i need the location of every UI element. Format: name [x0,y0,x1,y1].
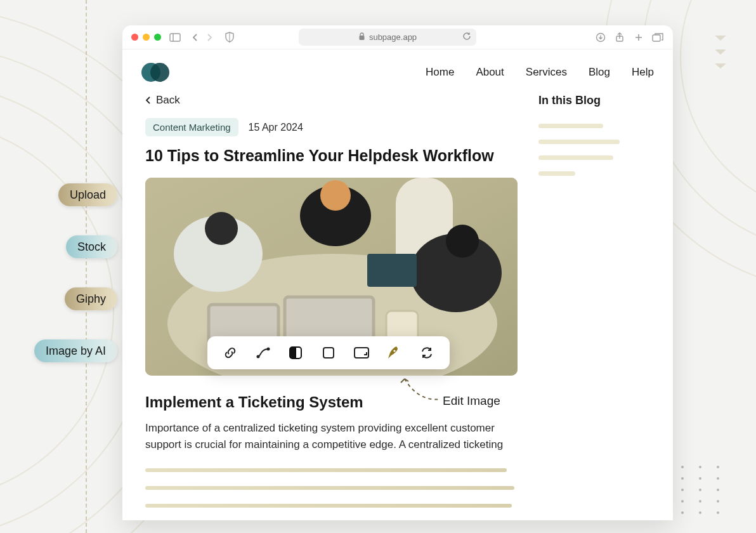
sidebar-toggle-icon[interactable] [169,31,181,44]
browser-titlebar: subpage.app [122,25,673,49]
svg-rect-10 [359,36,364,40]
link-icon[interactable] [219,342,241,364]
nav-about[interactable]: About [476,66,504,79]
text-placeholder [145,504,512,508]
toc-placeholder [538,140,620,144]
giphy-pill[interactable]: Giphy [65,287,117,310]
svg-point-22 [320,180,351,211]
curve-icon[interactable] [252,342,274,364]
shield-icon[interactable] [223,31,236,44]
svg-rect-26 [367,254,417,287]
svg-point-20 [205,212,238,245]
stock-pill[interactable]: Stock [66,235,117,258]
site-logo[interactable] [141,62,169,82]
address-url: subpage.app [369,32,417,42]
svg-point-34 [394,350,396,352]
nav-help[interactable]: Help [632,66,654,79]
browser-window: subpage.app Home About Services Blog Hel… [122,25,673,520]
pen-icon[interactable] [383,342,405,364]
nav-forward-icon[interactable] [203,31,216,44]
nav-blog[interactable]: Blog [589,66,610,79]
nav-services[interactable]: Services [526,66,567,79]
section-body: Importance of a centralized ticketing sy… [145,420,519,454]
svg-point-28 [267,348,269,350]
lock-icon [358,32,365,43]
svg-rect-8 [170,34,180,41]
image-editor-toolbar [207,336,450,369]
svg-point-24 [446,225,479,258]
new-tab-icon[interactable] [632,31,645,44]
aside-title: In this Blog [538,94,650,107]
post-date: 15 Apr 2024 [249,122,303,133]
nav-menu: Home About Services Blog Help [426,66,654,79]
post-title: 10 Tips to Streamline Your Helpdesk Work… [145,145,519,166]
square-icon[interactable] [318,342,339,364]
aspect-icon[interactable] [351,342,372,364]
share-icon[interactable] [613,31,626,44]
refresh-icon[interactable] [416,342,438,364]
nav-home[interactable]: Home [426,66,454,79]
reload-icon[interactable] [462,32,471,43]
toc-placeholder [538,124,603,128]
contrast-icon[interactable] [285,342,306,364]
toc-placeholder [538,155,613,160]
svg-rect-32 [323,348,334,358]
text-placeholder [145,486,514,490]
back-label: Back [156,94,180,107]
hero-image[interactable] [145,178,518,376]
svg-rect-13 [653,35,660,41]
decorative-chevrons [714,34,727,71]
back-link[interactable]: Back [145,94,180,107]
section-heading: Implement a Ticketing System [145,393,519,411]
upload-pill[interactable]: Upload [58,183,117,206]
article-main: Back Content Marketing 15 Apr 2024 10 Ti… [145,94,519,520]
window-controls[interactable] [131,34,161,41]
table-of-contents: In this Blog [538,94,650,520]
toc-placeholder [538,171,575,176]
category-tag[interactable]: Content Marketing [145,118,238,136]
download-icon[interactable] [594,31,607,44]
svg-point-27 [257,355,259,357]
tabs-icon[interactable] [651,31,664,44]
ai-pill[interactable]: Image by AI [34,339,117,362]
text-placeholder [145,468,507,472]
chevron-left-icon [145,96,151,105]
address-bar[interactable]: subpage.app [299,29,476,46]
site-header: Home About Services Blog Help [122,49,673,88]
nav-back-icon[interactable] [189,31,202,44]
